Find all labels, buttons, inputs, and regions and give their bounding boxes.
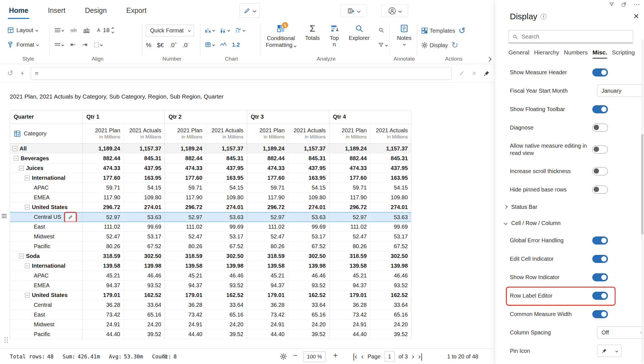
value-cell[interactable]: 54.15 xyxy=(288,183,329,193)
value-cell[interactable]: 53.17 xyxy=(124,232,165,241)
value-cell[interactable]: 39.52 xyxy=(124,329,165,339)
row-label[interactable]: APAC xyxy=(10,271,83,281)
value-cell[interactable]: 437.95 xyxy=(124,163,165,173)
value-cell[interactable]: 54.15 xyxy=(370,183,411,193)
value-cell[interactable]: 94.37 xyxy=(329,281,370,290)
table-view-button[interactable] xyxy=(205,42,215,48)
value-cell[interactable]: 65.16 xyxy=(370,310,411,320)
value-cell[interactable]: 44.40 xyxy=(247,329,288,339)
value-cell[interactable]: 882.44 xyxy=(165,154,206,163)
value-cell[interactable]: 24.20 xyxy=(206,320,247,329)
value-cell[interactable]: 33.64 xyxy=(370,300,411,310)
value-cell[interactable]: 296.72 xyxy=(83,202,124,212)
row-label[interactable]: East xyxy=(10,310,83,320)
formula-input[interactable]: = xyxy=(31,67,452,80)
value-cell[interactable]: 24.20 xyxy=(370,320,411,329)
add-column-button[interactable] xyxy=(340,4,367,17)
toggle-global-error-handling[interactable] xyxy=(592,236,608,245)
templates-button[interactable]: Templates xyxy=(421,27,455,34)
value-cell[interactable]: 33.64 xyxy=(288,300,329,310)
value-cell[interactable]: 73.42 xyxy=(165,310,206,320)
toggle-show-measure-header[interactable] xyxy=(592,68,608,76)
row-label[interactable]: −International xyxy=(10,261,83,271)
value-cell[interactable]: 302.50 xyxy=(124,251,165,261)
quick-format-dropdown[interactable]: Quick Format xyxy=(146,25,194,36)
toggle-allow-native-measure-editing-in-read-view[interactable] xyxy=(592,145,608,154)
value-cell[interactable]: 94.37 xyxy=(83,281,124,290)
user-profile-button[interactable] xyxy=(381,4,408,17)
value-cell[interactable]: 36.28 xyxy=(247,300,288,310)
value-cell[interactable]: 139.98 xyxy=(370,261,411,271)
value-cell[interactable]: 80.26 xyxy=(83,241,124,251)
value-cell[interactable]: 93.52 xyxy=(370,281,411,290)
value-cell[interactable]: 24.91 xyxy=(165,320,206,329)
value-cell[interactable]: 474.33 xyxy=(329,163,370,173)
close-panel-button[interactable]: × xyxy=(633,11,639,21)
value-cell[interactable]: 53.63 xyxy=(370,212,411,222)
tab-design[interactable]: Design xyxy=(84,5,107,16)
value-cell[interactable]: 474.33 xyxy=(165,163,206,173)
value-cell[interactable]: 139.98 xyxy=(288,261,329,271)
eye-off-icon[interactable] xyxy=(161,353,169,360)
zoom-out-button[interactable]: − xyxy=(293,351,297,360)
value-cell[interactable]: 39.52 xyxy=(288,329,329,339)
value-cell[interactable]: 54.15 xyxy=(124,183,165,193)
row-label[interactable]: Midwest xyxy=(10,232,83,241)
explorer-button[interactable]: Explorer xyxy=(349,24,370,48)
value-cell[interactable]: 52.47 xyxy=(165,232,206,241)
value-cell[interactable]: 93.52 xyxy=(206,281,247,290)
value-cell[interactable]: 67.52 xyxy=(124,241,165,251)
value-cell[interactable]: 67.52 xyxy=(288,241,329,251)
value-cell[interactable]: 65.16 xyxy=(124,310,165,320)
value-cell[interactable]: 109.80 xyxy=(370,193,411,202)
combo-chart-button[interactable] xyxy=(235,27,245,33)
value-cell[interactable]: 845.31 xyxy=(288,154,329,163)
panel-tab-misc[interactable]: Misc. xyxy=(593,49,607,58)
increase-indent-button[interactable]: ⇥ xyxy=(82,41,87,48)
value-cell[interactable]: 162.52 xyxy=(288,290,329,300)
page-input[interactable]: 1 xyxy=(385,351,395,362)
value-cell[interactable]: 139.58 xyxy=(83,261,124,271)
percent-format-button[interactable]: % xyxy=(146,42,151,49)
commit-icon[interactable]: ✓ xyxy=(459,69,465,77)
value-cell[interactable]: 46.46 xyxy=(206,271,247,281)
value-cell[interactable]: 46.46 xyxy=(124,271,165,281)
row-label[interactable]: −Juices xyxy=(10,163,83,173)
section-status-bar[interactable]: Status Bar xyxy=(504,199,637,215)
value-cell[interactable]: 65.16 xyxy=(206,310,247,320)
value-cell[interactable]: 73.42 xyxy=(329,310,370,320)
panel-tab-general[interactable]: General xyxy=(508,49,529,58)
value-cell[interactable]: 274.01 xyxy=(288,202,329,212)
value-cell[interactable]: 162.52 xyxy=(206,290,247,300)
toggle-hide-pinned-base-rows[interactable] xyxy=(592,186,608,194)
collapse-toggle[interactable]: − xyxy=(14,156,18,161)
value-cell[interactable]: 117.90 xyxy=(329,193,370,202)
more-options-icon[interactable]: ⋯ xyxy=(633,2,640,7)
value-cell[interactable]: 318.59 xyxy=(329,251,370,261)
notes-button[interactable]: Notes xyxy=(397,24,411,45)
collapse-toggle[interactable]: − xyxy=(25,205,30,210)
value-cell[interactable]: 117.90 xyxy=(83,193,124,202)
value-cell[interactable]: 45.21 xyxy=(165,271,206,281)
decrease-font-icon[interactable] xyxy=(111,30,114,33)
value-cell[interactable]: 44.40 xyxy=(165,329,206,339)
value-cell[interactable]: 36.28 xyxy=(329,300,370,310)
value-cell[interactable]: 39.52 xyxy=(206,329,247,339)
bar-chart-button[interactable] xyxy=(205,27,215,33)
value-cell[interactable]: 163.95 xyxy=(370,173,411,183)
value-cell[interactable]: 318.59 xyxy=(83,251,124,261)
undo-button[interactable]: ↺ xyxy=(458,27,465,35)
value-cell[interactable]: 845.31 xyxy=(206,154,247,163)
value-cell[interactable]: 80.26 xyxy=(329,241,370,251)
row-label[interactable]: Midwest xyxy=(10,320,83,329)
ribbon-expand-button[interactable] xyxy=(487,57,491,62)
value-cell[interactable]: 302.50 xyxy=(370,251,411,261)
currency-format-button[interactable]: $€ xyxy=(157,42,164,49)
panel-tab-hierarchy[interactable]: Hierarchy xyxy=(534,49,559,58)
decrease-decimal-button[interactable]: .0- xyxy=(183,42,189,49)
value-cell[interactable]: 99.69 xyxy=(206,222,247,232)
value-cell[interactable]: 845.31 xyxy=(124,154,165,163)
value-cell[interactable]: 302.50 xyxy=(288,251,329,261)
value-cell[interactable]: 177.60 xyxy=(329,173,370,183)
section-reading-view-tooltip[interactable]: Reading View Tooltip xyxy=(504,360,637,364)
